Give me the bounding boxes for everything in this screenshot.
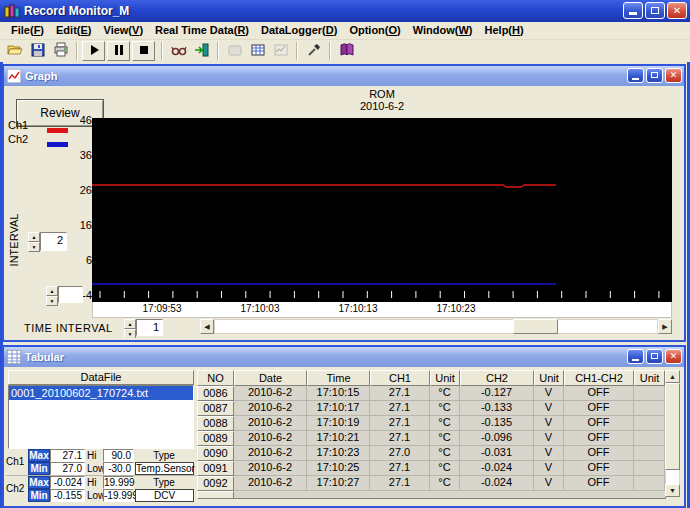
chart-icon [273, 42, 289, 61]
open-button[interactable] [3, 41, 26, 61]
type-value[interactable]: DCV [135, 489, 194, 502]
column-header-ch1-ch2[interactable]: CH1-CH2 [564, 370, 634, 386]
glasses-button[interactable] [167, 41, 190, 61]
column-header-unit[interactable]: Unit [634, 370, 665, 386]
table-cell: 2010-6-2 [234, 431, 307, 446]
spin-down-icon[interactable]: ▼ [46, 296, 58, 306]
table-row[interactable]: 00882010-6-217:10:1927.1°C-0.135VOFF [197, 416, 665, 431]
row-number-cell: 0087 [197, 401, 234, 416]
exit-button[interactable] [190, 41, 213, 61]
stop-button[interactable] [132, 41, 155, 61]
column-header-time[interactable]: Time [307, 370, 370, 386]
close-icon: ✕ [673, 5, 681, 16]
table-button[interactable] [246, 41, 269, 61]
scroll-left-icon[interactable]: ◀ [200, 319, 214, 334]
menu-item-option[interactable]: Option(O) [343, 23, 406, 38]
row-number-cell: 0088 [197, 416, 234, 431]
column-header-ch1[interactable]: CH1 [370, 370, 430, 386]
table-cell: V [534, 386, 564, 401]
time-interval-value[interactable]: 1 [136, 319, 163, 336]
help-icon [339, 42, 355, 61]
table-cell: V [534, 446, 564, 461]
toolbar-separator [217, 42, 219, 60]
y-tick-label: 26 [62, 184, 92, 196]
column-header-no[interactable]: NO [197, 370, 234, 386]
tabular-window-title: Tabular [25, 351, 64, 363]
spin-down-icon[interactable]: ▼ [124, 329, 136, 338]
play-button[interactable] [82, 41, 105, 61]
menu-item-view[interactable]: View(V) [98, 23, 150, 38]
spin-up-icon[interactable]: ▲ [124, 319, 136, 329]
column-header-ch2[interactable]: CH2 [460, 370, 534, 386]
maximize-button[interactable] [645, 2, 665, 19]
tabular-close-button[interactable]: ✕ [665, 349, 682, 364]
datafile-item[interactable]: 0001_20100602_170724.txt [9, 386, 193, 400]
minimize-button[interactable] [623, 2, 643, 19]
v-scrollbar-thumb[interactable] [665, 383, 680, 470]
table-row[interactable]: 00862010-6-217:10:1527.1°C-0.127VOFF [197, 386, 665, 401]
scroll-down-icon[interactable]: ▼ [665, 484, 680, 497]
table-row[interactable]: 00912010-6-217:10:2527.1°C-0.024VOFF [197, 461, 665, 476]
chart-button [269, 41, 292, 61]
scroll-right-icon[interactable]: ▶ [658, 319, 672, 334]
scroll-up-icon[interactable]: ▲ [665, 370, 680, 383]
menu-item-window[interactable]: Window(W) [407, 23, 479, 38]
tools-button[interactable] [302, 41, 325, 61]
column-header-date[interactable]: Date [234, 370, 307, 386]
time-interval-spinner: ▲ ▼ 1 [124, 319, 163, 336]
graph-minimize-button[interactable] [627, 68, 644, 83]
type-value[interactable]: Temp.Sensor [135, 462, 194, 475]
table-cell: -0.024 [460, 476, 534, 491]
row-number-cell: 0089 [197, 431, 234, 446]
tabular-window: Tabular ✕ DataFile 0001_20100602_170724.… [2, 345, 686, 508]
graph-close-button[interactable]: ✕ [665, 68, 682, 83]
tabular-maximize-button[interactable] [646, 349, 663, 364]
max-value: -0.024 [50, 476, 85, 489]
hi-value: 19.999 [103, 476, 134, 489]
x-tick-label: 17:10:03 [228, 303, 292, 314]
row-number-cell: 0091 [197, 461, 234, 476]
tabular-minimize-button[interactable] [627, 349, 644, 364]
y-tick-label: 6 [62, 254, 92, 266]
table-row[interactable]: 00892010-6-217:10:2127.1°C-0.096VOFF [197, 431, 665, 446]
menu-item-real-time-data[interactable]: Real Time Data(R) [149, 23, 255, 38]
table-cell [634, 386, 665, 401]
offset-value[interactable] [58, 286, 83, 303]
table-row[interactable]: 00922010-6-217:10:2727.1°C-0.024VOFF [197, 476, 665, 491]
table-row-empty [197, 491, 234, 499]
graph-maximize-button[interactable] [646, 68, 663, 83]
spin-up-icon[interactable]: ▲ [28, 232, 40, 242]
table-cell: 17:10:21 [307, 431, 370, 446]
menu-item-edit[interactable]: Edit(E) [50, 23, 97, 38]
table-row[interactable]: 00902010-6-217:10:2327.0°C-0.031VOFF [197, 446, 665, 461]
tabular-titlebar: Tabular ✕ [4, 347, 684, 367]
maximize-icon [651, 7, 659, 14]
pause-button[interactable] [107, 41, 130, 61]
menu-item-datalogger[interactable]: DataLogger(D) [255, 23, 343, 38]
menu-item-help[interactable]: Help(H) [479, 23, 530, 38]
table-cell: 2010-6-2 [234, 446, 307, 461]
hi-value: 90.0 [103, 449, 134, 462]
offset-spinner: ▲ ▼ [46, 286, 83, 303]
spin-down-icon[interactable]: ▼ [28, 242, 40, 252]
close-button[interactable]: ✕ [667, 2, 687, 19]
spin-up-icon[interactable]: ▲ [46, 286, 58, 296]
column-header-unit[interactable]: Unit [430, 370, 460, 386]
table-cell: OFF [564, 431, 634, 446]
tabular-body: DataFile 0001_20100602_170724.txt Ch1Max… [4, 367, 684, 506]
play-icon [86, 42, 102, 61]
h-scrollbar-thumb[interactable] [513, 319, 558, 334]
low-value: -19.999 [103, 489, 134, 502]
graph-window: Graph ✕ Review ROM 2010-6-2 Ch1Ch2 46362… [2, 64, 686, 342]
help-button[interactable] [335, 41, 358, 61]
y-tick-label: 36 [62, 149, 92, 161]
interval-value[interactable]: 2 [40, 232, 67, 251]
max-value: 27.1 [50, 449, 85, 462]
column-header-unit[interactable]: Unit [534, 370, 564, 386]
print-button[interactable] [49, 41, 72, 61]
chart-title: ROM [92, 88, 672, 100]
h-scrollbar-track[interactable] [214, 319, 658, 334]
table-row[interactable]: 00872010-6-217:10:1727.1°C-0.133VOFF [197, 401, 665, 416]
menu-item-file[interactable]: File(F) [5, 23, 50, 38]
save-button[interactable] [26, 41, 49, 61]
